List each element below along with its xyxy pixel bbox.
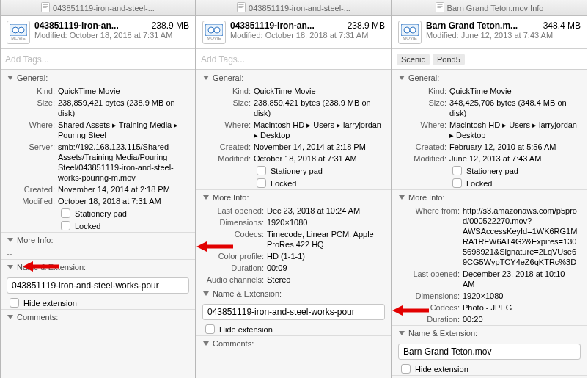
svg-marker-8: [7, 238, 13, 242]
info-row: Last opened:December 23, 2018 at 10:10 A…: [392, 268, 587, 290]
section-label: Name & Extension:: [213, 289, 282, 298]
file-header: MOVIE043851119-iron-an...Modified: Octob…: [196, 16, 391, 49]
tag-pill[interactable]: Scenic: [397, 54, 430, 65]
locked-checkbox[interactable]: [61, 221, 70, 230]
info-key: Last opened:: [398, 269, 463, 289]
disclosure-triangle-icon[interactable]: [202, 74, 210, 81]
info-row: Size:238,859,421 bytes (238.9 MB on disk…: [196, 97, 391, 119]
section-header-more[interactable]: More Info:: [1, 233, 195, 247]
info-value: 238,859,421 bytes (238.9 MB on disk): [254, 98, 385, 118]
info-row: Audio channels:Stereo: [196, 274, 391, 286]
info-row: Dimensions:1920×1080: [392, 290, 587, 302]
info-row: Modified:October 18, 2018 at 7:31 AM: [196, 153, 391, 164]
disclosure-triangle-icon[interactable]: [7, 263, 14, 271]
info-key: Size:: [7, 98, 58, 118]
section-header-general[interactable]: General:: [392, 70, 587, 85]
window-titlebar[interactable]: 043851119-iron-and-steel-...: [1, 0, 195, 16]
disclosure-triangle-icon[interactable]: [398, 330, 405, 337]
info-row: Duration:00:09: [196, 262, 391, 274]
svg-marker-10: [7, 315, 13, 319]
disclosure-triangle-icon[interactable]: [398, 74, 405, 81]
section-header-general[interactable]: General:: [196, 70, 391, 85]
info-key: Created:: [398, 142, 449, 152]
file-size: 238.9 MB: [152, 21, 189, 31]
checkbox-label: Locked: [75, 222, 100, 230]
info-value: Dec 23, 2018 at 10:24 AM: [267, 206, 385, 216]
stationery-pad-checkbox[interactable]: [61, 208, 70, 218]
section-header-comments[interactable]: Comments:: [1, 310, 195, 324]
filename-input[interactable]: 043851119-iron-and-steel-works-pour: [202, 304, 385, 320]
hide-extension-checkbox[interactable]: [205, 324, 215, 334]
disclosure-triangle-icon[interactable]: [202, 290, 210, 297]
info-value: QuickTime Movie: [58, 86, 189, 96]
info-key: Modified:: [202, 153, 254, 164]
hide-extension-checkbox[interactable]: [401, 364, 411, 374]
info-value: 00:20: [463, 314, 581, 324]
stationery-pad-checkbox[interactable]: [257, 166, 266, 175]
section-header-more[interactable]: More Info:: [196, 190, 391, 205]
window-titlebar[interactable]: Barn Grand Teton.mov Info: [392, 0, 587, 16]
section-header-general[interactable]: General:: [1, 70, 195, 85]
info-key: Kind:: [7, 86, 58, 96]
disclosure-triangle-icon[interactable]: [7, 313, 14, 321]
section-label: Name & Extension:: [408, 329, 477, 338]
info-key: Modified:: [7, 196, 58, 206]
disclosure-triangle-icon[interactable]: [398, 194, 405, 201]
tags-field[interactable]: ScenicPond5: [392, 49, 587, 70]
tags-placeholder: Add Tags...: [201, 54, 245, 65]
info-row: Modified:June 12, 2013 at 7:43 AM: [392, 153, 587, 164]
filename-input[interactable]: Barn Grand Teton.mov: [398, 344, 581, 360]
info-row: Kind:QuickTime Movie: [196, 85, 391, 97]
disclosure-triangle-icon[interactable]: [202, 340, 210, 347]
section-header-comments[interactable]: Comments:: [196, 336, 391, 351]
disclosure-triangle-icon[interactable]: [202, 194, 210, 201]
info-key: Where:: [202, 120, 254, 140]
locked-checkbox[interactable]: [452, 178, 462, 188]
section-more-info: More Info:--: [1, 232, 195, 259]
svg-point-6: [18, 27, 24, 33]
info-row: Modified:October 18, 2018 at 7:31 AM: [1, 195, 195, 207]
locked-checkbox[interactable]: [257, 178, 266, 188]
window-titlebar[interactable]: 043851119-iron-and-steel-...: [196, 0, 391, 16]
info-value: October 18, 2018 at 7:31 AM: [58, 196, 189, 206]
tags-field[interactable]: Add Tags...: [1, 49, 195, 70]
info-panel: 043851119-iron-and-steel-...MOVIE0438511…: [0, 0, 196, 378]
disclosure-triangle-icon[interactable]: [7, 236, 14, 244]
hide-extension-row: Hide extension: [392, 363, 587, 375]
info-value: June 12, 2013 at 7:43 AM: [449, 153, 581, 164]
info-row: Size:238,859,421 bytes (238.9 MB on disk…: [1, 97, 195, 119]
checkbox-label: Stationery pad: [466, 167, 518, 175]
info-value: Shared Assets ▸ Training Media ▸ Pouring…: [58, 120, 189, 140]
info-key: Color profile:: [202, 251, 267, 261]
annotation-arrow-icon: [196, 241, 233, 252]
hide-extension-checkbox[interactable]: [10, 298, 19, 308]
info-row: Kind:QuickTime Movie: [392, 85, 587, 97]
section-general: General:Kind:QuickTime MovieSize:238,859…: [1, 70, 195, 232]
svg-marker-9: [7, 265, 13, 269]
icon-label: MOVIE: [207, 36, 221, 40]
stationery-pad-checkbox-row: Stationery pad: [196, 164, 391, 177]
info-value: 1920×1080: [267, 217, 385, 228]
svg-marker-25: [196, 241, 207, 252]
checkbox-label: Locked: [466, 179, 492, 188]
section-general: General:Kind:QuickTime MovieSize:238,859…: [196, 70, 391, 189]
disclosure-triangle-icon[interactable]: [7, 74, 14, 81]
info-key: Last opened:: [202, 206, 267, 216]
svg-point-5: [12, 27, 18, 33]
movie-file-icon: MOVIE: [202, 21, 226, 44]
svg-rect-16: [239, 7, 243, 8]
section-header-name[interactable]: Name & Extension:: [392, 326, 587, 341]
stationery-pad-checkbox-row: Stationery pad: [392, 164, 587, 177]
stationery-pad-checkbox[interactable]: [452, 166, 462, 175]
tag-pill[interactable]: Pond5: [433, 54, 465, 65]
section-header-more[interactable]: More Info:: [392, 190, 587, 205]
info-key: Size:: [202, 98, 254, 118]
section-header-name[interactable]: Name & Extension:: [196, 286, 391, 301]
svg-rect-28: [437, 6, 442, 7]
tags-field[interactable]: Add Tags...: [196, 49, 391, 70]
info-panel: 043851119-iron-and-steel-...MOVIE0438511…: [196, 0, 392, 378]
info-value: November 14, 2014 at 2:18 PM: [58, 184, 189, 195]
info-key: Modified:: [398, 153, 449, 164]
filename-input[interactable]: 043851119-iron-and-steel-works-pour: [7, 277, 189, 294]
svg-rect-14: [239, 4, 244, 5]
